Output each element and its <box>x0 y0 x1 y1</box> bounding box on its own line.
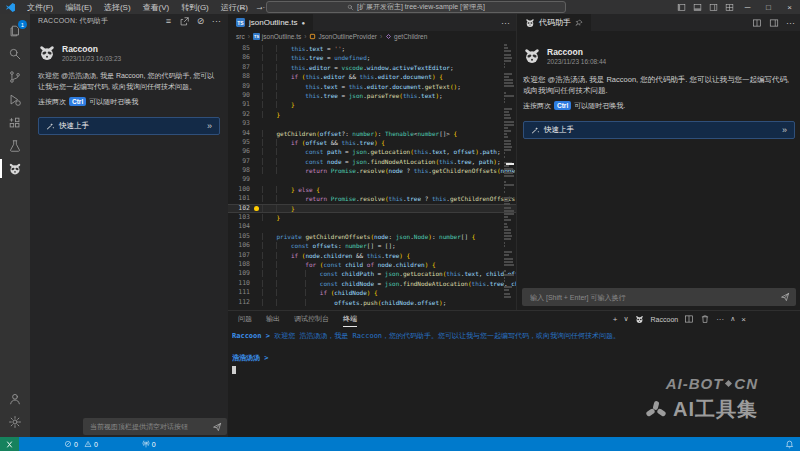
activity-accounts[interactable] <box>0 387 30 410</box>
activity-settings[interactable] <box>0 410 30 433</box>
code-line[interactable]: 97 const node = json.findNodeAtLocation(… <box>228 157 516 166</box>
remote-indicator[interactable] <box>0 437 19 451</box>
terminal-dropdown-icon[interactable]: ∨ <box>623 315 628 323</box>
beaker-icon <box>8 139 22 153</box>
code-line[interactable]: 104 <box>228 222 516 231</box>
problems-status[interactable]: 0 0 <box>64 440 98 448</box>
quick-start-button[interactable]: 快速上手 » <box>523 121 795 139</box>
code-line[interactable]: 101 return Promise.resolve(this.tree ? t… <box>228 194 516 203</box>
maximize-button[interactable]: □ <box>758 0 779 14</box>
breadcrumb-item[interactable]: getChildren <box>385 33 427 40</box>
code-line[interactable]: 87 this.editor = vscode.window.activeTex… <box>228 63 516 72</box>
split-terminal-icon[interactable] <box>684 314 694 324</box>
panel-more-actions[interactable]: ··· <box>716 315 724 324</box>
panel-tab-问题[interactable]: 问题 <box>238 311 252 327</box>
menu-item[interactable]: 查看(V) <box>137 2 176 13</box>
code-line[interactable]: 103 } <box>228 213 516 222</box>
lightbulb-icon[interactable] <box>254 206 259 211</box>
code-line[interactable]: 85 this.text = ''; <box>228 44 516 53</box>
panel-tab-调试控制台[interactable]: 调试控制台 <box>294 311 329 327</box>
history-icon[interactable]: ≡ <box>163 16 174 27</box>
breadcrumb-item[interactable]: src <box>236 33 245 40</box>
code-line[interactable]: 91 } <box>228 100 516 109</box>
code-line[interactable]: 107 if (node.children && this.tree) { <box>228 251 516 260</box>
activity-search[interactable] <box>0 42 30 65</box>
close-button[interactable]: × <box>779 0 800 14</box>
tab-jsonoutline[interactable]: TS jsonOutline.ts ● <box>228 14 314 31</box>
customize-layout-icon[interactable] <box>721 0 737 14</box>
panel-tab-输出[interactable]: 输出 <box>266 311 280 327</box>
terminal-name[interactable]: Raccoon <box>651 316 679 323</box>
code-line[interactable]: 90 this.tree = json.parseTree(this.text)… <box>228 91 516 100</box>
nav-forward-icon[interactable]: → <box>255 2 264 12</box>
code-line[interactable]: 93 <box>228 119 516 128</box>
activity-extensions[interactable] <box>0 111 30 134</box>
code-line[interactable]: 98 return Promise.resolve(node ? this.ge… <box>228 166 516 175</box>
code-line[interactable]: 106 const offsets: number[] = []; <box>228 241 516 250</box>
line-number: 94 <box>228 129 250 138</box>
chat-input[interactable] <box>88 422 212 431</box>
activity-test-view[interactable] <box>0 134 30 157</box>
code-line[interactable]: 92 } <box>228 110 516 119</box>
more-actions-icon[interactable]: ··· <box>211 16 222 27</box>
code-line[interactable]: 86 this.tree = undefined; <box>228 53 516 62</box>
code-line[interactable]: 111 if (childNode) { <box>228 288 516 297</box>
toggle-secondary-sidebar-icon[interactable] <box>705 0 721 14</box>
toggle-panel-icon[interactable] <box>689 0 705 14</box>
chat-input-box <box>83 418 227 435</box>
code-line[interactable]: 102 } <box>228 204 516 213</box>
code-line[interactable]: 109 const childPath = json.getLocation(t… <box>228 269 516 278</box>
close-panel-icon[interactable]: × <box>741 315 746 324</box>
code-line[interactable]: 112 offsets.push(childNode.offset); <box>228 298 516 307</box>
code-line[interactable]: 89 this.text = this.editor.document.getT… <box>228 82 516 91</box>
code-line[interactable]: 100 } else { <box>228 185 516 194</box>
activity-items: 1 <box>0 14 30 180</box>
activity-explorer[interactable]: 1 <box>0 19 30 42</box>
modified-dot-icon[interactable]: ● <box>301 20 305 26</box>
maximize-panel-icon[interactable]: ∧ <box>730 315 735 323</box>
quick-start-button[interactable]: 快速上手 » <box>38 117 220 135</box>
breadcrumb-item[interactable]: JsonOutlineProvider <box>309 33 377 40</box>
tab-assistant[interactable]: 代码助手 <box>517 14 592 31</box>
assistant-more-actions[interactable]: ··· <box>786 18 795 28</box>
menu-item[interactable]: 编辑(E) <box>59 2 98 13</box>
menu-item[interactable]: 选择(S) <box>98 2 137 13</box>
send-icon[interactable] <box>780 292 790 302</box>
ports-status[interactable]: 0 <box>142 440 156 448</box>
editor-more-actions[interactable]: ··· <box>501 18 510 28</box>
code-line[interactable]: 99 <box>228 175 516 184</box>
kill-terminal-icon[interactable] <box>700 314 710 324</box>
code-line[interactable]: 88 if (this.editor && this.editor.docume… <box>228 72 516 81</box>
code-area[interactable]: 85 this.text = '';86 this.tree = undefin… <box>228 42 516 310</box>
minimize-button[interactable]: ─ <box>737 0 758 14</box>
activity-raccoon-assistant[interactable] <box>0 157 30 180</box>
layout-icon[interactable] <box>769 18 779 28</box>
toggle-sidebar-icon[interactable] <box>673 0 689 14</box>
nav-back-icon[interactable]: ← <box>238 2 247 12</box>
code-line[interactable]: 110 const childNode = json.findNodeAtLoc… <box>228 279 516 288</box>
menu-item[interactable]: 转到(G) <box>175 2 215 13</box>
activity-run-and-debug[interactable] <box>0 88 30 111</box>
assistant-editor-panel: 代码助手 ··· Raccoon 2023/11/23 16:08:44 欢迎您… <box>516 14 800 310</box>
code-line[interactable]: 105 private getChildrenOffsets(node: jso… <box>228 232 516 241</box>
pin-icon[interactable] <box>575 19 583 27</box>
minimap[interactable] <box>504 44 515 308</box>
assistant-input[interactable] <box>528 293 780 302</box>
new-terminal-icon[interactable]: + <box>613 315 618 324</box>
menu-item[interactable]: 文件(F) <box>21 2 59 13</box>
split-editor-icon[interactable] <box>752 18 762 28</box>
code-line[interactable]: 95 if (offset && this.tree) { <box>228 138 516 147</box>
activity-source-control[interactable] <box>0 65 30 88</box>
panel-tab-终端[interactable]: 终端 <box>343 311 357 327</box>
send-icon[interactable] <box>212 422 222 432</box>
chat-timestamp: 2023/11/23 16:08:44 <box>547 58 606 65</box>
minimap-marker <box>506 163 514 165</box>
new-session-icon[interactable] <box>179 16 190 27</box>
code-line[interactable]: 94 getChildren(offset?: number): Thenabl… <box>228 129 516 138</box>
code-line[interactable]: 96 const path = json.getLocation(this.te… <box>228 147 516 156</box>
breadcrumb-item[interactable]: TSjsonOutline.ts <box>253 33 301 40</box>
command-center[interactable]: [扩展开发宿主] tree-view-sample [管理员] <box>266 1 566 13</box>
code-line[interactable]: 108 for (const child of node.children) { <box>228 260 516 269</box>
notifications-bell[interactable] <box>785 437 794 451</box>
clear-chat-icon[interactable]: ⊘ <box>195 16 206 27</box>
